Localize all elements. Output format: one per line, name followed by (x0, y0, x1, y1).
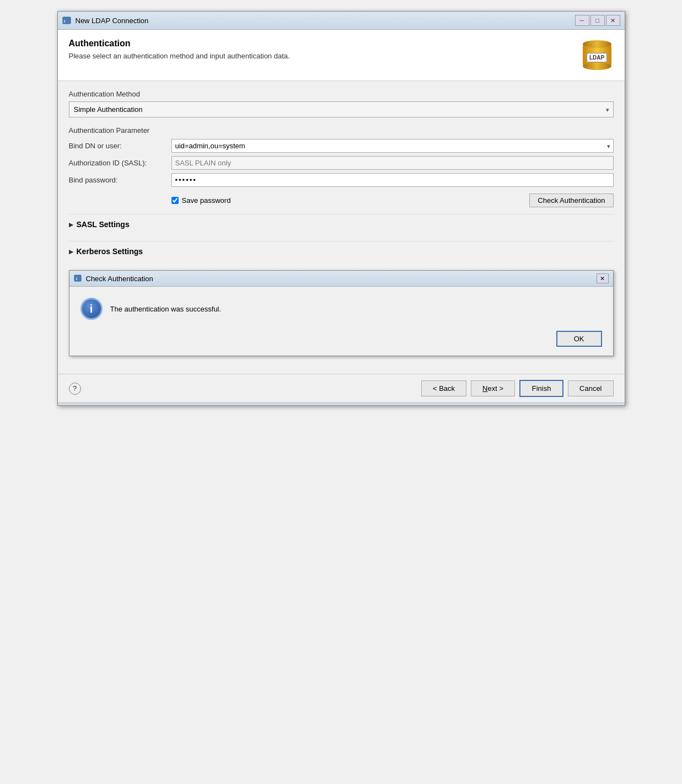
svg-text:i: i (76, 276, 77, 281)
sasl-settings-label: SASL Settings (77, 220, 130, 229)
svg-rect-2 (74, 275, 81, 281)
window-title: New LDAP Connection (76, 17, 572, 25)
footer: ? < Back Next > Finish Cancel (58, 374, 625, 402)
page-title: Authentication (69, 39, 290, 49)
status-bar (58, 402, 625, 405)
auth-method-dropdown-wrapper: Simple Authentication ▾ (69, 101, 614, 117)
ldap-icon: LDAP (581, 39, 614, 72)
sasl-settings-section: ▶ SASL Settings (69, 214, 614, 234)
auth-parameter-label: Authentication Parameter (69, 126, 614, 135)
save-password-checkbox-group: Save password (171, 196, 231, 205)
main-window: i New LDAP Connection ─ □ ✕ Authenticati… (57, 11, 625, 406)
save-password-label: Save password (182, 196, 231, 205)
header-section: Authentication Please select an authenti… (58, 30, 625, 81)
checkbox-row: Save password Check Authentication (171, 194, 614, 207)
ldap-label: LDAP (587, 53, 607, 62)
title-bar: i New LDAP Connection ─ □ ✕ (58, 12, 625, 30)
bind-password-input[interactable] (171, 173, 614, 187)
close-button[interactable]: ✕ (606, 15, 620, 26)
bind-password-label: Bind password: (69, 176, 168, 184)
bind-dn-input-wrapper: ▾ (171, 139, 614, 153)
maximize-button[interactable]: □ (590, 15, 605, 26)
window-controls: ─ □ ✕ (575, 15, 620, 26)
auth-id-input[interactable] (171, 156, 614, 170)
auth-method-select[interactable]: Simple Authentication (69, 101, 614, 117)
auth-method-label: Authentication Method (69, 90, 614, 98)
ok-button[interactable]: OK (556, 331, 602, 347)
svg-text:i: i (64, 19, 65, 24)
auth-parameter-section: Authentication Parameter Bind DN or user… (69, 126, 614, 207)
check-auth-dialog: i Check Authentication ✕ i The authentic… (69, 270, 614, 356)
save-password-row: Save password Check Authentication (69, 190, 614, 207)
minimize-button[interactable]: ─ (575, 15, 589, 26)
help-button[interactable]: ? (69, 383, 81, 395)
dialog-ok-row: OK (80, 331, 602, 347)
kerberos-arrow-icon: ▶ (69, 249, 73, 255)
dialog-message-row: i The authentication was successful. (80, 298, 602, 320)
main-content: Authentication Method Simple Authenticat… (58, 81, 625, 374)
bind-dn-row: Bind DN or user: ▾ (69, 139, 614, 153)
next-rest: ext > (487, 384, 503, 393)
check-authentication-button[interactable]: Check Authentication (529, 194, 613, 207)
kerberos-settings-label: Kerberos Settings (77, 247, 143, 256)
bind-dn-label: Bind DN or user: (69, 142, 168, 150)
check-auth-dialog-overlay: i Check Authentication ✕ i The authentic… (69, 270, 614, 356)
save-password-checkbox[interactable] (171, 197, 179, 204)
auth-method-section: Authentication Method Simple Authenticat… (69, 90, 614, 117)
sasl-arrow-icon: ▶ (69, 222, 73, 228)
auth-id-label: Authorization ID (SASL): (69, 159, 168, 167)
finish-button[interactable]: Finish (519, 380, 563, 397)
bind-dn-input[interactable] (171, 139, 614, 153)
window-icon: i (62, 15, 72, 25)
dialog-content: i The authentication was successful. OK (69, 287, 613, 356)
dialog-close-button[interactable]: ✕ (597, 273, 609, 283)
page-description: Please select an authentication method a… (69, 52, 290, 60)
dialog-message: The authentication was successful. (110, 305, 222, 313)
next-button[interactable]: Next > (471, 380, 515, 396)
back-button[interactable]: < Back (421, 380, 466, 396)
ldap-cylinder: LDAP (583, 44, 611, 66)
sasl-settings-header[interactable]: ▶ SASL Settings (69, 218, 614, 231)
dialog-title-bar: i Check Authentication ✕ (69, 271, 613, 287)
auth-id-row: Authorization ID (SASL): (69, 156, 614, 170)
info-icon: i (80, 298, 103, 320)
dialog-title: Check Authentication (86, 275, 593, 283)
kerberos-settings-section: ▶ Kerberos Settings (69, 241, 614, 261)
bind-password-row: Bind password: (69, 173, 614, 187)
kerberos-settings-header[interactable]: ▶ Kerberos Settings (69, 245, 614, 258)
header-text: Authentication Please select an authenti… (69, 39, 290, 60)
cancel-button[interactable]: Cancel (568, 380, 613, 396)
dialog-icon: i (74, 274, 83, 283)
